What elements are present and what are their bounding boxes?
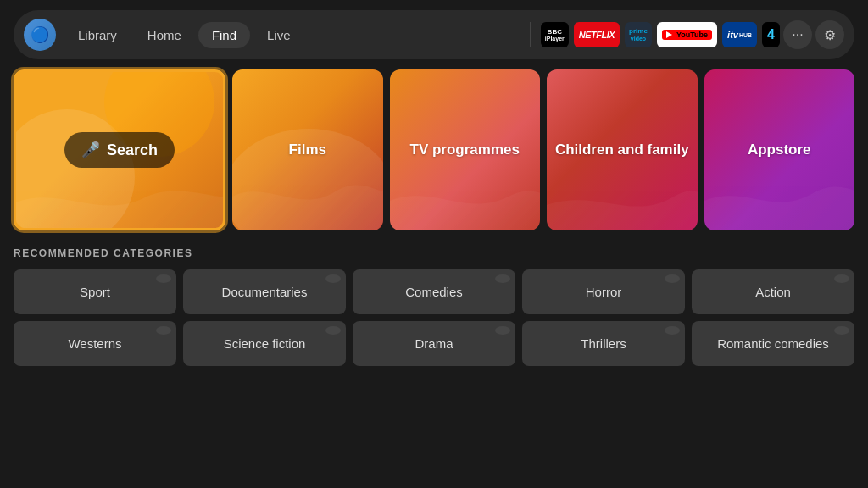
films-label: Films xyxy=(289,141,326,158)
youtube-logo[interactable]: YouTube xyxy=(657,22,717,47)
microphone-icon: 🎤 xyxy=(81,141,100,159)
recommended-categories-section: RECOMMENDED CATEGORIES Sport Documentari… xyxy=(14,247,854,366)
nav-live[interactable]: Live xyxy=(253,22,304,48)
nav-home[interactable]: Home xyxy=(134,22,195,48)
settings-button[interactable]: ⚙ xyxy=(815,20,844,49)
channel4-logo[interactable]: 4 xyxy=(762,22,780,47)
tv-programmes-label: TV programmes xyxy=(410,141,520,158)
section-title: RECOMMENDED CATEGORIES xyxy=(14,247,854,259)
service-logos: BBC iPlayer NETFLIX prime video YouTube … xyxy=(541,22,780,47)
nav-items: Library Home Find Live xyxy=(64,22,520,48)
category-tiles: 🎤 Search Films TV programmes Children an… xyxy=(14,69,854,230)
main-content: 🎤 Search Films TV programmes Children an… xyxy=(0,69,868,366)
category-sport[interactable]: Sport xyxy=(14,269,176,314)
bbc-iplayer-logo[interactable]: BBC iPlayer xyxy=(541,22,569,47)
user-avatar[interactable]: 🔵 xyxy=(24,19,56,51)
nav-divider xyxy=(530,22,531,47)
category-action[interactable]: Action xyxy=(692,269,854,314)
children-family-label: Children and family xyxy=(555,141,689,158)
tv-programmes-tile[interactable]: TV programmes xyxy=(390,69,541,230)
category-horror[interactable]: Horror xyxy=(522,269,685,314)
category-documentaries[interactable]: Documentaries xyxy=(183,269,346,314)
category-science-fiction[interactable]: Science fiction xyxy=(183,321,346,366)
children-family-tile[interactable]: Children and family xyxy=(547,69,698,230)
category-thrillers[interactable]: Thrillers xyxy=(522,321,685,366)
appstore-label: Appstore xyxy=(748,141,811,158)
nav-find[interactable]: Find xyxy=(198,22,250,48)
prime-video-logo[interactable]: prime video xyxy=(625,22,652,47)
search-label: Search xyxy=(107,141,158,159)
categories-grid: Sport Documentaries Comedies Horror Acti… xyxy=(14,269,854,366)
category-comedies[interactable]: Comedies xyxy=(353,269,515,314)
search-tile[interactable]: 🎤 Search xyxy=(14,69,225,230)
category-westerns[interactable]: Westerns xyxy=(14,321,176,366)
top-navigation: 🔵 Library Home Find Live BBC iPlayer NET… xyxy=(14,10,854,59)
netflix-logo[interactable]: NETFLIX xyxy=(574,22,620,47)
more-button[interactable]: ··· xyxy=(783,20,812,49)
films-tile[interactable]: Films xyxy=(232,69,383,230)
nav-library[interactable]: Library xyxy=(64,22,131,48)
appstore-tile[interactable]: Appstore xyxy=(704,69,855,230)
category-drama[interactable]: Drama xyxy=(353,321,515,366)
itv-hub-logo[interactable]: itv HUB xyxy=(722,22,757,47)
category-romantic-comedies[interactable]: Romantic comedies xyxy=(692,321,854,366)
search-button[interactable]: 🎤 Search xyxy=(64,132,175,168)
